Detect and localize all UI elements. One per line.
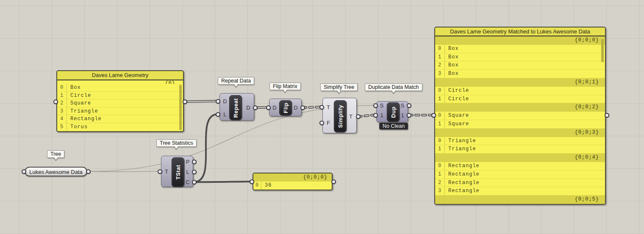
panel-title: Daves Lame Geometry Matched to Lukes Awe… <box>435 28 605 36</box>
wire-tstat-c-to-repeat-l[interactable] <box>194 114 218 182</box>
list-item: 1Circle <box>435 95 605 104</box>
port-nub-flip-d-out[interactable] <box>300 105 305 110</box>
port-label-t-in: T <box>164 168 169 175</box>
port-nub-count-out[interactable] <box>331 179 336 184</box>
port-label-t-out: T <box>348 113 354 120</box>
tree-path-band: {0;0;5} <box>435 195 605 204</box>
panel-result-matched-data[interactable]: Daves Lame Geometry Matched to Lukes Awe… <box>434 27 606 205</box>
component-capsule[interactable]: TStat <box>172 157 184 187</box>
component-capsule[interactable]: Dup <box>387 102 400 122</box>
param-lukes-awesome-data[interactable]: Lukes Awesome Data <box>25 167 87 176</box>
panel-scrollbar[interactable] <box>179 85 182 130</box>
list-item: 5Torus <box>57 123 183 131</box>
list-item: 0Triangle <box>435 137 605 146</box>
component-repeat-data[interactable]: Repeat D L D <box>219 93 254 121</box>
component-label-repeat-data: Repeat Data <box>218 77 254 85</box>
port-nub-daves-in[interactable] <box>53 99 58 104</box>
clipped-path-band: {0} <box>57 80 183 84</box>
port-label-d-out: D <box>293 105 299 111</box>
list-item: 0Box <box>57 84 183 92</box>
port-nub-repeat-d-in[interactable] <box>216 99 220 104</box>
port-nub-tstat-l-out[interactable] <box>192 170 197 174</box>
wire-flip-to-simplify[interactable] <box>303 107 322 107</box>
port-label-l-out: L <box>185 169 191 176</box>
list-item: 3Triangle <box>57 107 183 116</box>
wire-tstat-c-to-count-panel[interactable] <box>194 182 252 182</box>
list-item: 0Square <box>435 112 605 120</box>
list-item: 0Circle <box>435 87 605 95</box>
panel-scrollbar[interactable] <box>601 39 604 62</box>
port-nub-flip-d-in[interactable] <box>266 105 271 110</box>
list-item: 2Box <box>435 61 605 70</box>
component-capsule[interactable]: Repeat <box>229 95 242 120</box>
list-item: 1Triangle <box>435 145 605 154</box>
port-label-s-out: S <box>400 102 405 109</box>
port-label-d-in: D <box>222 98 228 105</box>
wire-simplify-to-dup[interactable] <box>358 115 375 116</box>
port-nub-simplify-t-in[interactable] <box>319 105 324 110</box>
tree-path-band: {0;0;1} <box>435 78 605 87</box>
panel-count[interactable]: {0;0;0} 036 <box>253 173 333 190</box>
port-label-l-in: L <box>222 111 228 118</box>
param-label-tree: Tree <box>47 150 64 158</box>
component-label-duplicate-data-match: Duplicate Data Match <box>365 83 422 91</box>
list-item: 1Circle <box>57 92 183 100</box>
component-simplify-tree[interactable]: Simplify T F T <box>322 98 357 133</box>
panel-title: Daves Lame Geometry <box>57 71 183 80</box>
tree-path-band: {0;0;3} <box>435 129 605 137</box>
port-nub-result-out[interactable] <box>605 113 609 118</box>
component-tree-statistics[interactable]: TStat T P L C <box>161 156 193 187</box>
list-item: 3Rectangle <box>435 187 605 195</box>
port-label-1-in: 1 <box>379 112 385 119</box>
port-label-d-out: D <box>245 105 251 111</box>
list-item: 1Box <box>435 53 605 62</box>
list-item: 2Square <box>57 99 183 107</box>
list-item: 2Rectangle <box>435 179 605 187</box>
list-item: 0Rectangle <box>435 162 605 171</box>
port-label-p-out: P <box>185 159 191 165</box>
tree-path-band: {0;0;4} <box>435 154 605 162</box>
port-label-c-out: C <box>185 179 191 186</box>
port-nub-dup-s-out[interactable] <box>407 103 411 108</box>
port-nub-repeat-d-out[interactable] <box>253 105 258 110</box>
tree-path-band: {0;0;0} <box>253 173 332 182</box>
port-nub-dup-1-in[interactable] <box>373 113 378 118</box>
port-nub-lukes-out[interactable] <box>86 169 91 174</box>
list-item: 1Rectangle <box>435 171 605 179</box>
list-item: 036 <box>253 182 332 190</box>
component-duplicate-data-match[interactable]: Dup S 1 S 1 <box>376 101 408 122</box>
port-label-d-in: D <box>272 105 278 111</box>
tree-path-band: {0;0;2} <box>435 103 605 112</box>
component-label-flip-matrix: Flip Matrix <box>269 83 301 90</box>
panel-daves-lame-geometry[interactable]: Daves Lame Geometry {0} 0Box 1Circle 2Sq… <box>56 70 184 132</box>
port-label-s-in: S <box>379 102 385 109</box>
component-capsule[interactable]: Simplify <box>334 100 347 132</box>
port-nub-repeat-l-in[interactable] <box>216 112 220 117</box>
grasshopper-canvas[interactable]: Daves Lame Geometry {0} 0Box 1Circle 2Sq… <box>0 0 644 234</box>
list-item: 0Box <box>435 45 605 53</box>
port-nub-tstat-p-out[interactable] <box>192 160 197 164</box>
wire-daves-to-repeat[interactable] <box>185 101 218 102</box>
list-item: 4Rectangle <box>57 115 183 123</box>
port-label-1-out: 1 <box>400 112 405 119</box>
port-nub-simplify-f-in[interactable] <box>319 121 324 125</box>
port-nub-daves-out[interactable] <box>183 99 187 104</box>
port-nub-result-in[interactable] <box>431 113 436 118</box>
port-nub-tstat-t-in[interactable] <box>158 169 162 174</box>
port-nub-dup-s-in[interactable] <box>373 103 378 108</box>
port-label-t-in: T <box>325 104 331 111</box>
no-clean-tag: No Clean <box>379 123 408 129</box>
port-nub-lukes-in[interactable] <box>22 169 26 174</box>
port-nub-tstat-c-out[interactable] <box>192 180 197 184</box>
port-nub-count-in[interactable] <box>250 179 254 184</box>
port-nub-simplify-t-out[interactable] <box>356 114 361 119</box>
port-nub-dup-1-out[interactable] <box>407 113 411 118</box>
tree-path-band: {0;0;0} <box>435 36 605 45</box>
port-label-f-in: F <box>325 120 331 127</box>
list-item: 3Box <box>435 70 605 78</box>
component-capsule[interactable]: Flip <box>279 100 292 116</box>
list-item: 1Square <box>435 120 605 129</box>
component-flip-matrix[interactable]: Flip D D <box>269 99 302 116</box>
component-label-tree-statistics: Tree Statistics <box>156 139 197 147</box>
component-label-simplify-tree: Simplify Tree <box>320 83 358 91</box>
